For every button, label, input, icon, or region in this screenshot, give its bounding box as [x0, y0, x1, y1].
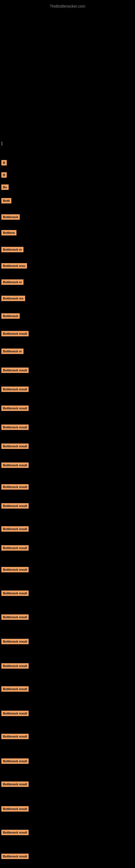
bottleneck-label-4: Bo [1, 184, 9, 190]
bottleneck-label-37: Bottleneck result [1, 854, 29, 859]
bottleneck-label-8: Bottleneck re [1, 247, 24, 252]
bottleneck-label-34: Bottleneck result [1, 781, 29, 787]
bottleneck-label-2: B [1, 160, 7, 165]
bottleneck-label-5: Bottl [1, 198, 11, 204]
bottleneck-label-9: Bottleneck resu [1, 263, 27, 269]
bottleneck-label-30: Bottleneck result [1, 686, 29, 692]
bottleneck-label-29: Bottleneck result [1, 663, 29, 669]
bottleneck-label-33: Bottleneck result [1, 758, 29, 764]
site-title: TheBottlenecker.com [0, 1, 135, 11]
bottleneck-label-28: Bottleneck result [1, 639, 29, 644]
bottleneck-label-21: Bottleneck result [1, 484, 29, 490]
bottleneck-label-24: Bottleneck result [1, 545, 29, 551]
bottleneck-label-11: Bottleneck res [1, 296, 25, 301]
bottleneck-label-23: Bottleneck result [1, 526, 29, 532]
bottleneck-label-25: Bottleneck result [1, 567, 29, 572]
bottleneck-label-35: Bottleneck result [1, 806, 29, 812]
bottleneck-label-6: Bottleneck [1, 214, 20, 220]
bottleneck-label-26: Bottleneck result [1, 590, 29, 596]
bottleneck-label-14: Bottleneck re [1, 348, 24, 354]
bottleneck-label-18: Bottleneck result [1, 425, 29, 430]
bottleneck-label-10: Bottleneck re [1, 279, 24, 285]
bottleneck-label-27: Bottleneck result [1, 614, 29, 620]
bottleneck-label-31: Bottleneck result [1, 711, 29, 716]
bottleneck-label-7: Bottlene [1, 230, 16, 236]
bottleneck-label-1: | [1, 141, 2, 146]
bottleneck-label-13: Bottleneck result [1, 331, 29, 336]
bottleneck-label-32: Bottleneck result [1, 734, 29, 739]
bottleneck-label-3: B [1, 172, 7, 178]
bottleneck-label-16: Bottleneck result [1, 386, 29, 392]
bottleneck-label-12: Bottleneck [1, 313, 20, 319]
bottleneck-label-36: Bottleneck result [1, 830, 29, 835]
bottleneck-label-17: Bottleneck result [1, 405, 29, 411]
bottleneck-label-19: Bottleneck result [1, 443, 29, 449]
bottleneck-label-15: Bottleneck result [1, 368, 29, 373]
bottleneck-label-22: Bottleneck result [1, 503, 29, 508]
bottleneck-label-20: Bottleneck result [1, 463, 29, 468]
